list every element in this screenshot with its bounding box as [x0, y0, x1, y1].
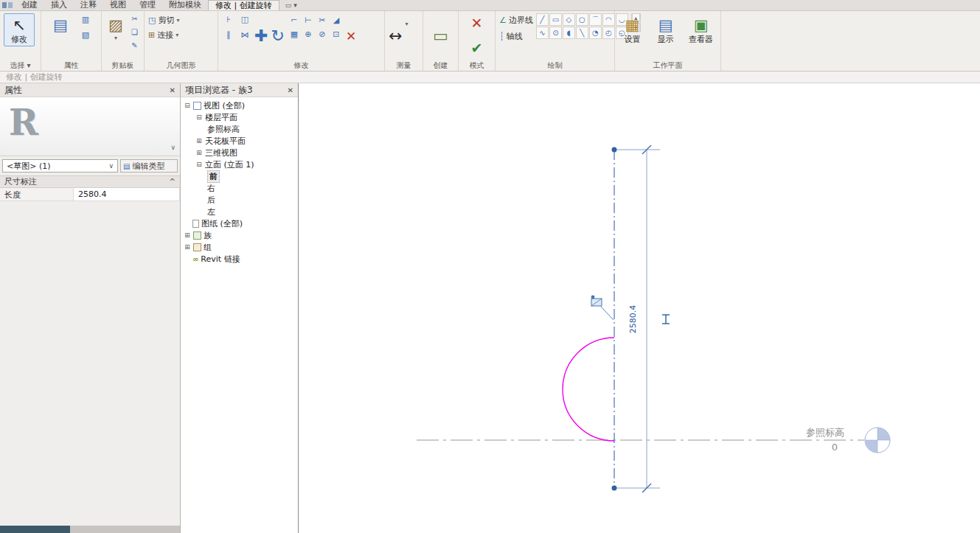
- draw-spline-button[interactable]: ∿: [536, 27, 549, 39]
- chevron-down-icon[interactable]: ▾: [405, 21, 408, 27]
- panel-label-properties[interactable]: 属性: [41, 60, 101, 71]
- expand-icon[interactable]: ⊞: [184, 231, 191, 239]
- tree-item-families[interactable]: ⊞ 族: [181, 229, 298, 241]
- paste-button[interactable]: ▨ ▾: [105, 13, 126, 43]
- ribbon-state-toggle[interactable]: ▭ ▾: [279, 0, 303, 10]
- sketch-semicircle-profile[interactable]: [563, 338, 614, 441]
- measure-button[interactable]: ↔: [389, 27, 402, 46]
- draw-tool-button[interactable]: ◴: [602, 27, 615, 39]
- offset-button[interactable]: ∥: [222, 29, 235, 41]
- mirror-pick-axis-button[interactable]: ◫: [238, 13, 251, 26]
- pick-lines-button[interactable]: ╲: [576, 27, 588, 39]
- split-button[interactable]: ✂: [316, 13, 329, 27]
- draw-polygon-button[interactable]: ◇: [563, 13, 575, 26]
- panel-label-modify[interactable]: 修改: [218, 60, 384, 71]
- cancel-edit-mode-button[interactable]: ✕: [471, 13, 483, 32]
- mirror-draw-axis-button[interactable]: ⋈: [238, 29, 251, 41]
- panel-label-select[interactable]: 选择 ▾: [0, 60, 41, 71]
- level-name-label[interactable]: 参照标高: [806, 427, 844, 438]
- close-icon[interactable]: ✕: [170, 86, 176, 94]
- tab-create[interactable]: 创建: [15, 0, 44, 10]
- close-icon[interactable]: ✕: [288, 86, 293, 94]
- tab-view[interactable]: 视图: [103, 0, 133, 10]
- workplane-viewer-button[interactable]: ▣ 查看器: [685, 13, 717, 46]
- misc-modify-button[interactable]: ⊡: [330, 27, 343, 41]
- create-group-button[interactable]: ▭: [433, 27, 448, 46]
- type-preview[interactable]: R ∨: [0, 97, 180, 156]
- delete-button[interactable]: ✕: [346, 27, 356, 46]
- trim-button[interactable]: ⌐: [288, 13, 301, 27]
- dimension-text-handle[interactable]: [662, 315, 670, 324]
- axis-endpoint-grip[interactable]: [612, 147, 617, 153]
- panel-label-measure[interactable]: 测量: [385, 60, 423, 71]
- axis-endpoint-grip[interactable]: [612, 486, 617, 491]
- properties-help-strip[interactable]: [0, 526, 70, 533]
- expand-icon[interactable]: ⊞: [184, 243, 191, 251]
- property-value-field[interactable]: 2580.4: [74, 188, 180, 201]
- show-workplane-button[interactable]: ▤ 显示: [652, 13, 679, 46]
- family-types-button[interactable]: ▥: [79, 13, 92, 26]
- tab-addins[interactable]: 附加模块: [162, 0, 208, 10]
- tab-modify-create-revolve[interactable]: 修改 | 创建旋转: [208, 0, 279, 10]
- panel-label-clipboard[interactable]: 剪贴板: [102, 60, 144, 71]
- panel-label-draw[interactable]: 绘制: [496, 60, 614, 71]
- join-geometry-button[interactable]: ⊞ 连接 ▾: [148, 28, 178, 42]
- set-workplane-button[interactable]: ▦ 设置: [619, 13, 646, 46]
- pin-button[interactable]: ⊕: [302, 27, 315, 41]
- panel-label-create[interactable]: 创建: [423, 60, 458, 71]
- tree-item-sheets[interactable]: 图纸 (全部): [181, 217, 298, 229]
- tree-item-3d-views[interactable]: ⊞ 三维视图: [181, 147, 298, 158]
- tree-item-views[interactable]: ⊟ 视图 (全部): [181, 100, 298, 111]
- draw-line-button[interactable]: ╱: [536, 13, 549, 26]
- level-head-symbol[interactable]: [865, 428, 890, 453]
- modify-button[interactable]: ↖ 修改: [4, 13, 35, 46]
- section-collapse-icon[interactable]: ^: [170, 178, 176, 186]
- draw-arc-center-ends-button[interactable]: ◠: [602, 13, 615, 26]
- draw-arc-start-end-button[interactable]: ⌒: [589, 13, 602, 26]
- section-dimensions[interactable]: 尺寸标注 ^: [0, 175, 180, 188]
- panel-label-workplane[interactable]: 工作平面: [615, 60, 720, 71]
- type-selector[interactable]: <草图> (1) ∨: [2, 159, 118, 173]
- tab-manage[interactable]: 管理: [133, 0, 162, 10]
- unpin-button[interactable]: ⊘: [316, 27, 329, 41]
- properties-button[interactable]: ▤: [45, 13, 76, 37]
- tree-item-back[interactable]: 后: [181, 194, 298, 206]
- draw-rectangle-button[interactable]: ▭: [549, 13, 562, 26]
- drawing-canvas[interactable]: 参照标高 0 2580.4: [299, 83, 980, 533]
- match-type-button[interactable]: ✎: [129, 40, 140, 50]
- draw-ellipse-button[interactable]: ⊙: [549, 27, 562, 39]
- boundary-line-button[interactable]: ∠ 边界线: [499, 13, 533, 27]
- collapse-icon[interactable]: ⊟: [184, 102, 191, 109]
- tree-item-groups[interactable]: ⊞ 组: [181, 241, 298, 253]
- axis-line-button[interactable]: ┆ 轴线: [499, 29, 533, 43]
- finish-edit-mode-button[interactable]: ✔: [471, 38, 483, 58]
- element-properties-button[interactable]: ▧: [79, 29, 92, 41]
- tree-item-right[interactable]: 右: [181, 182, 298, 194]
- array-button[interactable]: ▦: [288, 27, 301, 41]
- extend-button[interactable]: ⊢: [302, 13, 315, 27]
- draw-fillet-arc-button[interactable]: ◔: [589, 27, 602, 39]
- scale-button[interactable]: ◢: [330, 13, 343, 27]
- tree-item-left[interactable]: 左: [181, 206, 298, 217]
- tab-insert[interactable]: 插入: [44, 0, 74, 10]
- align-button[interactable]: ⊦: [222, 13, 235, 26]
- copy-button[interactable]: ❏: [129, 27, 140, 37]
- tree-item-revit-links[interactable]: ∞ Revit 链接: [181, 253, 298, 265]
- panel-label-mode[interactable]: 模式: [459, 60, 495, 71]
- tree-item-elevations[interactable]: ⊟ 立面 (立面 1): [181, 158, 298, 170]
- draw-circle-button[interactable]: ○: [576, 13, 588, 26]
- level-elevation-label[interactable]: 0: [832, 442, 838, 453]
- chevron-down-icon[interactable]: ∨: [170, 144, 176, 151]
- move-button[interactable]: ✚: [254, 27, 268, 46]
- cut-geometry-button[interactable]: ◳ 剪切 ▾: [148, 13, 179, 27]
- tree-item-floor-plans[interactable]: ⊟ 楼层平面: [181, 111, 298, 123]
- rotate-button[interactable]: ↻: [271, 27, 284, 46]
- tree-item-ceiling-plans[interactable]: ⊞ 天花板平面: [181, 135, 298, 147]
- rotation-axis-grip-icon[interactable]: [591, 296, 614, 320]
- tab-annotate[interactable]: 注释: [74, 0, 103, 10]
- expand-icon[interactable]: ⊞: [195, 149, 203, 156]
- dimension-value-text[interactable]: 2580.4: [628, 305, 638, 334]
- collapse-icon[interactable]: ⊟: [195, 114, 203, 121]
- expand-icon[interactable]: ⊞: [195, 137, 203, 144]
- collapse-icon[interactable]: ⊟: [195, 161, 203, 168]
